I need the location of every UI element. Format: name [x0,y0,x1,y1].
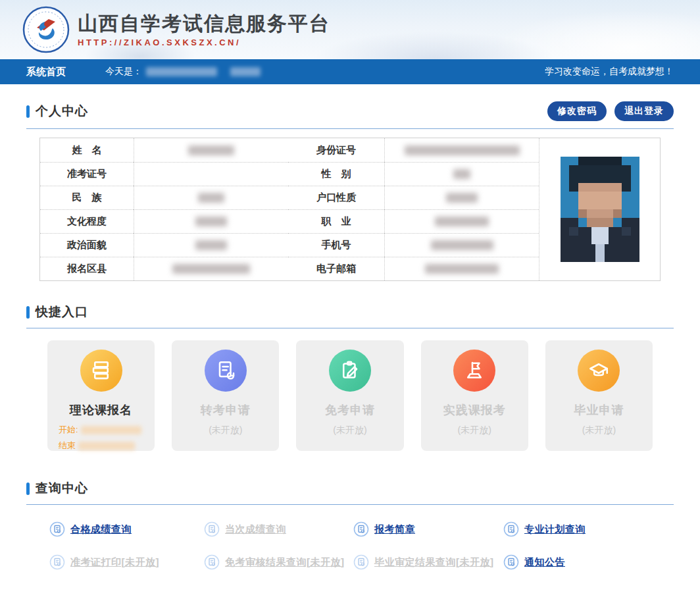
profile-photo [539,138,660,280]
document-query-icon [353,554,369,570]
field-value-id-number [384,138,539,162]
quick-entry-section: 快捷入口 理论课报名 开始: [26,303,674,451]
link-current-scores-query: 当次成绩查询 [204,521,353,537]
nav-today: 今天是： [105,66,261,78]
document-query-icon [503,554,519,570]
end-date-label: 结束 [59,440,76,452]
nav-home-link[interactable]: 系统首页 [26,66,66,78]
document-query-icon [49,554,65,570]
personal-section-head: 个人中心 [26,103,88,120]
section-accent-bar [26,306,30,319]
field-label-district: 报名区县 [40,257,134,280]
field-value-name [134,138,288,162]
card-title: 理论课报名 [47,402,155,418]
redacted-end-date [78,442,135,450]
field-label-name: 姓 名 [40,138,134,162]
card-title: 毕业申请 [545,402,653,418]
field-value-email [384,257,539,280]
field-label-id-number: 身份证号 [288,138,384,162]
field-label-occupation: 职 业 [288,209,384,233]
card-state: (未开放) [296,425,403,436]
section-divider [26,328,674,328]
section-accent-bar [26,105,30,118]
books-icon [80,350,122,392]
quick-section-head: 快捷入口 [26,303,674,321]
link-graduation-review-result-query: 毕业审定结果查询[未开放] [353,554,503,570]
field-value-district [134,257,288,280]
card-title: 免考申请 [296,402,403,418]
section-accent-bar [26,482,30,495]
brand-block: 山西自学考试信息服务平台 HTTP://ZIKAO.SXKSZX.CN/ [78,13,330,47]
personal-info-table: 姓 名 身份证号 准考证号 性 别 民 族 户口性质 文化程度 职 业 [39,138,661,281]
site-logo-icon [22,6,70,53]
transfer-doc-icon [205,350,247,392]
site-header: 山西自学考试信息服务平台 HTTP://ZIKAO.SXKSZX.CN/ [0,0,700,59]
top-navbar: 系统首页 今天是： 学习改变命运，自考成就梦想！ [0,59,700,84]
field-label-gender: 性 别 [288,162,384,186]
card-state: (未开放) [545,425,653,436]
query-section-head: 查询中心 [26,480,674,497]
today-label: 今天是： [105,66,142,78]
graduation-cap-icon [578,350,620,392]
field-label-ethnicity: 民 族 [40,186,134,209]
clipboard-edit-icon [329,350,371,392]
section-divider [26,504,674,505]
field-value-education [134,209,288,233]
field-value-occupation [384,209,539,233]
field-value-gender [384,162,539,186]
field-label-political-status: 政治面貌 [40,233,134,257]
start-date-label: 开始: [59,424,78,436]
link-exemption-review-result-query: 免考审核结果查询[未开放] [204,554,353,570]
card-theory-course-registration[interactable]: 理论课报名 开始: 结束 [47,340,155,451]
personal-section-title: 个人中心 [36,103,88,120]
document-query-icon [503,521,519,537]
field-value-household-type [384,186,539,209]
card-exemption-application: 免考申请 (未开放) [296,340,403,451]
card-transfer-application: 转考申请 (未开放) [172,340,279,451]
nav-slogan: 学习改变命运，自考成就梦想！ [545,66,674,78]
site-title: 山西自学考试信息服务平台 [78,13,330,35]
change-password-button[interactable]: 修改密码 [547,101,607,121]
card-practical-course-registration: 实践课报考 (未开放) [421,340,528,451]
query-section-title: 查询中心 [36,480,88,497]
registration-dates: 开始: 结束 [47,424,155,452]
link-registration-brochure[interactable]: 报考简章 [353,521,503,537]
flag-icon [453,350,495,392]
document-query-icon [204,554,220,570]
card-state: (未开放) [421,425,528,436]
personal-center-section: 个人中心 修改密码 退出登录 姓 名 身份证号 准考证号 性 别 民 族 [26,101,674,281]
field-value-exam-number [134,162,288,186]
link-notice-announcements[interactable]: 通知公告 [503,554,674,570]
section-divider [26,128,674,129]
link-admission-ticket-print: 准考证打印[未开放] [49,554,204,570]
field-label-exam-number: 准考证号 [40,162,134,186]
document-query-icon [353,521,369,537]
card-state: (未开放) [172,425,279,436]
redacted-start-date [81,426,141,434]
logout-button[interactable]: 退出登录 [614,101,674,121]
link-major-plan-query[interactable]: 专业计划查询 [503,521,674,537]
link-passed-scores-query[interactable]: 合格成绩查询 [49,521,204,537]
field-value-phone [384,233,539,257]
field-label-education: 文化程度 [40,209,134,233]
field-label-email: 电子邮箱 [288,257,384,280]
document-query-icon [204,521,220,537]
field-label-phone: 手机号 [288,233,384,257]
card-graduation-application: 毕业申请 (未开放) [545,340,653,451]
quick-section-title: 快捷入口 [36,303,88,321]
site-url: HTTP://ZIKAO.SXKSZX.CN/ [78,38,330,47]
field-value-ethnicity [134,186,288,209]
card-title: 实践课报考 [421,402,528,418]
field-label-household-type: 户口性质 [288,186,384,209]
field-value-political-status [134,233,288,257]
document-query-icon [49,521,65,537]
redacted-weekday [230,67,261,76]
card-title: 转考申请 [172,402,279,418]
query-center-section: 查询中心 合格成绩查询 [26,480,674,579]
redacted-date [146,67,217,76]
